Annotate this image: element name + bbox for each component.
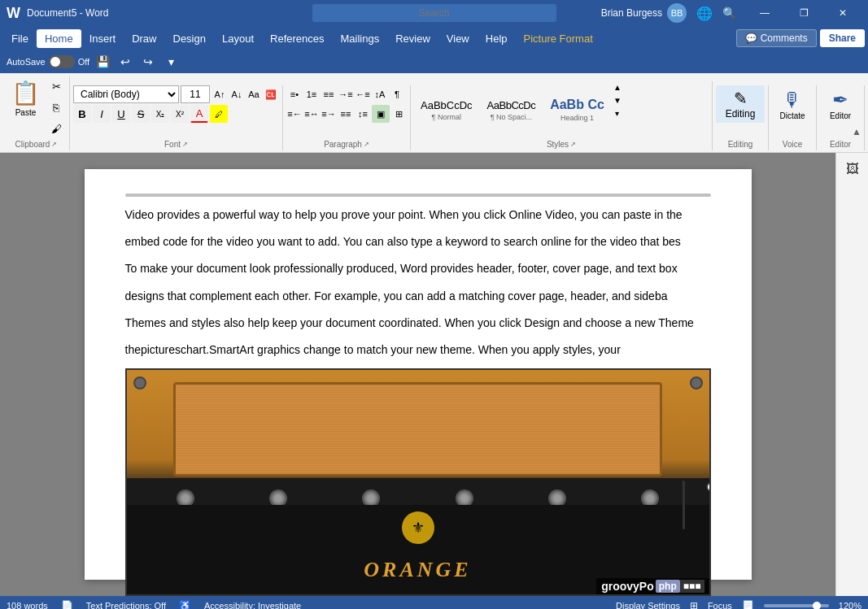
decrease-font-button[interactable]: A↓ <box>229 85 245 103</box>
align-right-button[interactable]: ≡→ <box>321 105 337 123</box>
font-row2: B I U S X₂ X² A 🖊 <box>73 105 279 123</box>
scroll-up-button[interactable]: ▲ <box>611 81 624 93</box>
share-button[interactable]: Share <box>820 29 865 47</box>
autosave-state: Off <box>78 57 89 67</box>
align-center-button[interactable]: ≡↔ <box>303 105 320 123</box>
user-info: Brian Burgess BB <box>601 3 687 23</box>
customize-qa-button[interactable]: ▾ <box>161 52 181 72</box>
autosave-toggle[interactable] <box>49 55 75 68</box>
style-normal[interactable]: AaBbCcDc ¶ Normal <box>414 84 479 136</box>
display-settings[interactable]: Display Settings <box>616 601 680 609</box>
subscript-button[interactable]: X₂ <box>151 105 169 123</box>
style-normal-label: ¶ Normal <box>432 113 461 121</box>
numbering-button[interactable]: 1≡ <box>303 85 320 103</box>
menu-review[interactable]: Review <box>387 29 438 48</box>
justify-button[interactable]: ≡≡ <box>338 105 354 123</box>
window-controls[interactable]: — ❐ ✕ <box>746 0 861 26</box>
show-marks-button[interactable]: ¶ <box>389 85 405 103</box>
globe-icon: 🌐 <box>696 6 713 21</box>
borders-button[interactable]: ⊞ <box>390 105 407 123</box>
paragraph-expand-icon[interactable]: ↗ <box>364 141 369 148</box>
strikethrough-button[interactable]: S <box>132 105 150 123</box>
menu-file[interactable]: File <box>3 29 37 48</box>
editing-icon: ✎ <box>734 89 748 108</box>
close-button[interactable]: ✕ <box>824 0 861 26</box>
dictate-button[interactable]: 🎙 Dictate <box>772 85 813 124</box>
superscript-button[interactable]: X² <box>171 105 189 123</box>
menu-draw[interactable]: Draw <box>124 29 164 48</box>
bullets-button[interactable]: ≡• <box>286 85 303 103</box>
user-name: Brian Burgess <box>601 7 662 19</box>
zoom-slider[interactable] <box>764 604 829 607</box>
avatar: BB <box>667 3 687 23</box>
menu-insert[interactable]: Insert <box>81 29 124 48</box>
increase-font-button[interactable]: A↑ <box>212 85 228 103</box>
voice-label: Voice <box>772 138 813 150</box>
sort-button[interactable]: ↕A <box>372 85 388 103</box>
menu-view[interactable]: View <box>438 29 478 48</box>
minimize-button[interactable]: — <box>746 0 783 26</box>
ribbon-group-font: Calibri (Body) A↑ A↓ Aa 🆑 B I U S X₂ <box>70 85 283 150</box>
menu-layout[interactable]: Layout <box>214 29 262 48</box>
clipboard-small-buttons: ✂ ⎘ 🖌 <box>46 76 66 138</box>
font-family-select[interactable]: Calibri (Body) <box>73 85 179 103</box>
underline-button[interactable]: U <box>112 105 130 123</box>
paste-button[interactable]: 📋 Paste <box>7 76 45 120</box>
undo-button[interactable]: ↩ <box>116 52 135 72</box>
editing-button[interactable]: ✎ Editing <box>716 85 765 123</box>
restore-button[interactable]: ❐ <box>785 0 822 26</box>
gallery-items: AaBbCcDc ¶ Normal AaBbCcDc ¶ No Spaci...… <box>414 81 611 138</box>
title-bar-left: W Document5 - Word <box>7 5 108 22</box>
zoom-thumb <box>813 602 821 609</box>
change-case-button[interactable]: Aa <box>246 85 262 103</box>
focus-label[interactable]: Focus <box>708 601 732 609</box>
comments-button[interactable]: 💬 Comments <box>736 29 817 47</box>
styles-scroll[interactable]: ▲ ▼ ▾ <box>611 81 624 138</box>
increase-indent-button[interactable]: →≡ <box>338 85 354 103</box>
styles-expand-icon[interactable]: ↗ <box>570 141 576 148</box>
highlight-button[interactable]: 🖊 <box>210 105 228 123</box>
menu-design[interactable]: Design <box>165 29 214 48</box>
menu-help[interactable]: Help <box>478 29 516 48</box>
copy-button[interactable]: ⎘ <box>46 98 66 117</box>
image-layout-icon[interactable]: 🖼 <box>840 156 866 182</box>
cut-button[interactable]: ✂ <box>46 76 66 96</box>
shading-button[interactable]: ▣ <box>372 105 390 123</box>
title-bar-search[interactable] <box>312 4 556 22</box>
menu-picture-format[interactable]: Picture Format <box>516 29 601 48</box>
editor-button[interactable]: ✒ Editor <box>820 85 861 124</box>
font-size-input[interactable] <box>181 85 210 103</box>
paragraph-1: Video provides a powerful way to help yo… <box>125 205 711 225</box>
italic-button[interactable]: I <box>93 105 111 123</box>
style-heading1[interactable]: AaBb Cc Heading 1 <box>543 84 611 136</box>
clipboard-expand-icon[interactable]: ↗ <box>51 141 57 148</box>
bold-button[interactable]: B <box>73 105 91 123</box>
document-image[interactable]: ORANGE ⚜ groovyPo php ■■■ <box>125 368 711 596</box>
document-page[interactable]: Video provides a powerful way to help yo… <box>85 169 752 580</box>
save-button[interactable]: 💾 <box>93 52 112 72</box>
styles-more-button[interactable]: ▾ <box>611 107 624 119</box>
decrease-indent-button[interactable]: ←≡ <box>355 85 371 103</box>
font-expand-icon[interactable]: ↗ <box>182 141 188 148</box>
document-content[interactable]: Video provides a powerful way to help yo… <box>0 153 835 596</box>
clear-format-button[interactable]: 🆑 <box>263 85 279 103</box>
style-nospace-label: ¶ No Spaci... <box>491 113 532 121</box>
menu-references[interactable]: References <box>262 29 332 48</box>
style-no-spacing[interactable]: AaBbCcDc ¶ No Spaci... <box>481 84 543 136</box>
collapse-ribbon-button[interactable]: ▲ <box>848 124 865 140</box>
scroll-down-button[interactable]: ▼ <box>611 94 624 106</box>
line-spacing-button[interactable]: ↕≡ <box>355 105 371 123</box>
word-logo-icon: W <box>7 5 20 22</box>
font-color-button[interactable]: A <box>190 105 208 123</box>
text-predictions: Text Predictions: Off <box>86 601 166 609</box>
title-bar: W Document5 - Word Brian Burgess BB 🌐 🔍 … <box>0 0 868 26</box>
redo-button[interactable]: ↪ <box>138 52 158 72</box>
format-painter-button[interactable]: 🖌 <box>46 119 66 138</box>
align-left-button[interactable]: ≡← <box>286 105 303 123</box>
menu-mailings[interactable]: Mailings <box>333 29 388 48</box>
autosave-label: AutoSave <box>7 57 46 67</box>
editing-label: Editing <box>716 138 765 150</box>
search-input[interactable] <box>312 7 556 19</box>
menu-home[interactable]: Home <box>37 29 81 48</box>
multilevel-button[interactable]: ≡≡ <box>321 85 337 103</box>
